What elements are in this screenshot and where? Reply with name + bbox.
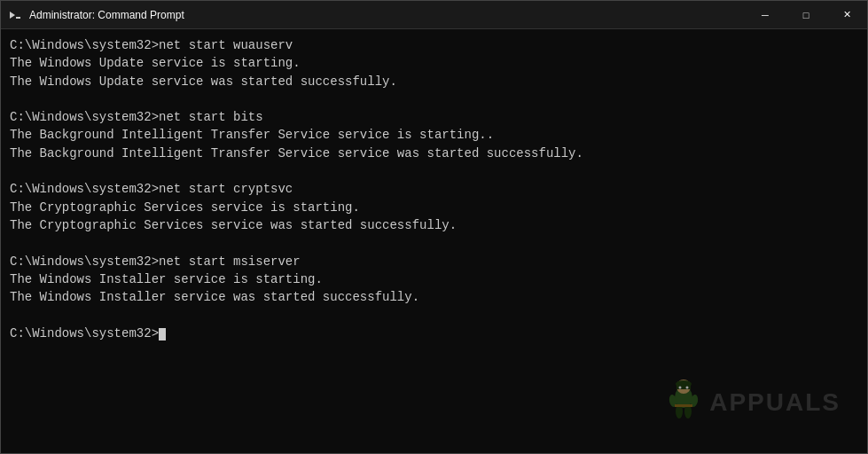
terminal-line: C:\Windows\system32>net start msiserver [10,253,858,270]
titlebar-controls: ─ □ ✕ [745,1,867,29]
terminal-line: C:\Windows\system32>net start wuauserv [10,36,858,54]
svg-rect-6 [676,386,691,389]
window: Administrator: Command Prompt ─ □ ✕ C:\W… [0,0,868,454]
svg-point-7 [679,387,682,389]
terminal-line: The Background Intelligent Transfer Serv… [10,126,858,144]
terminal-line: C:\Windows\system32> [10,325,858,342]
watermark-figure [661,378,706,427]
terminal-line [10,90,858,108]
terminal-line: C:\Windows\system32>net start cryptsvc [10,180,858,198]
terminal-line: The Windows Update service was started s… [10,73,858,90]
terminal-line: The Cryptographic Services service was s… [10,216,858,234]
svg-rect-13 [675,404,692,407]
terminal-line: C:\Windows\system32>net start bits [10,108,858,126]
terminal-line: The Windows Update service is starting. [10,54,858,72]
titlebar-left: Administrator: Command Prompt [8,8,184,22]
terminal-line: The Windows Installer service is startin… [10,270,858,288]
titlebar: Administrator: Command Prompt ─ □ ✕ [1,1,867,29]
watermark: APPUALS [661,378,841,427]
terminal-line: The Cryptographic Services service is st… [10,199,858,216]
terminal-line [10,234,858,252]
minimize-button[interactable]: ─ [745,1,786,29]
terminal-line [10,162,858,180]
svg-point-8 [686,387,689,389]
terminal-line: The Windows Installer service was starte… [10,288,858,306]
close-button[interactable]: ✕ [826,1,867,29]
window-title: Administrator: Command Prompt [29,9,184,21]
cursor [159,328,166,340]
terminal-output: C:\Windows\system32>net start wuauservTh… [10,36,858,342]
terminal-body[interactable]: C:\Windows\system32>net start wuauservTh… [1,29,867,453]
watermark-text: APPUALS [709,385,841,419]
svg-rect-2 [16,17,20,19]
cmd-icon [8,8,22,22]
terminal-line [10,306,858,324]
maximize-button[interactable]: □ [786,1,826,29]
terminal-line: The Background Intelligent Transfer Serv… [10,145,858,162]
